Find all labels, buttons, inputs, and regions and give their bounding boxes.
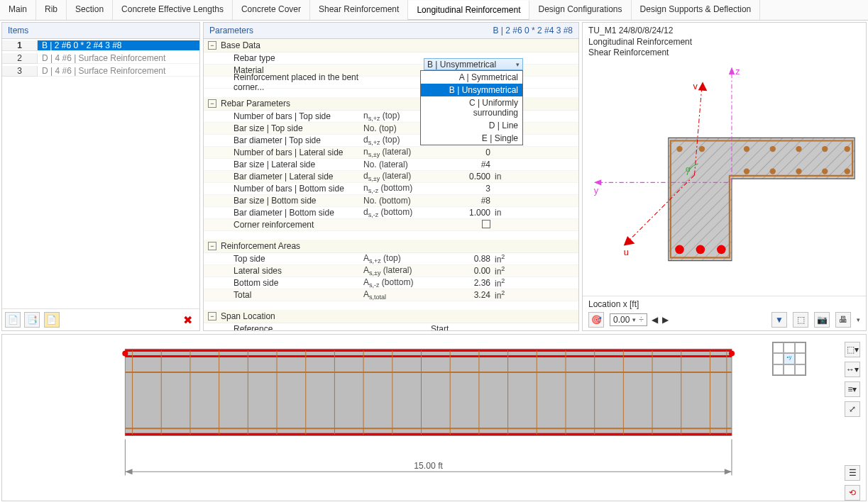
- svg-point-5: [770, 146, 776, 152]
- items-list: 1 B | 2 #6 0 * 2 #4 3 #8 2 D | 4 #6 | Su…: [2, 39, 199, 308]
- copy-item-icon[interactable]: 📑: [24, 312, 40, 328]
- extent-icon[interactable]: ⤢: [845, 401, 860, 417]
- viewer-footer: Location x [ft] 🎯 0.00▾ ÷ ◀ ▶ ▼ ⬚ 📷 🖶 ▾: [583, 296, 866, 330]
- param-area-total: TotalAs,total3.24in2: [204, 289, 578, 301]
- collapse-icon[interactable]: −: [208, 41, 216, 50]
- collapse-icon[interactable]: −: [208, 99, 216, 108]
- chevron-down-icon: ▾: [516, 61, 520, 68]
- param-rebar-type[interactable]: Rebar type B | Unsymmetrical▾ A | Symmet…: [204, 52, 578, 65]
- svg-point-16: [717, 245, 726, 254]
- chevron-down-icon[interactable]: ▾: [857, 316, 860, 323]
- settings-icon[interactable]: ☰: [845, 465, 860, 481]
- location-spinner[interactable]: 0.00▾ ÷: [610, 313, 647, 326]
- tab-section[interactable]: Section: [67, 0, 113, 20]
- param-bars-bottom[interactable]: Number of bars | Bottom sidens,-z (botto…: [204, 183, 578, 195]
- param-reference[interactable]: ReferenceStart: [204, 323, 578, 330]
- section-viewer-panel: TU_M1 24/8/0/8/24/12 Longitudinal Reinfo…: [582, 22, 867, 331]
- layers-icon[interactable]: ≡▾: [845, 381, 860, 397]
- parameters-panel: Parameters B | 2 #6 0 * 2 #4 3 #8 −Base …: [203, 22, 579, 331]
- svg-point-12: [770, 168, 776, 174]
- print-icon[interactable]: 🖶: [835, 312, 851, 328]
- tab-concrete-effective-lengths[interactable]: Concrete Effective Lengths: [113, 0, 233, 20]
- param-bars-lateral[interactable]: Number of bars | Lateral sidens,±y (late…: [204, 147, 578, 159]
- tab-design-configurations[interactable]: Design Configurations: [529, 0, 631, 20]
- svg-marker-20: [594, 179, 602, 185]
- svg-marker-18: [729, 67, 735, 74]
- svg-point-13: [744, 168, 749, 174]
- dropdown-opt-a[interactable]: A | Symmetrical: [421, 71, 522, 84]
- svg-point-14: [675, 245, 684, 254]
- param-area-bottom: Bottom sideAs,-z (bottom)2.36in2: [204, 277, 578, 289]
- group-base-data[interactable]: −Base Data: [204, 39, 578, 52]
- beam-length-label: 15.00 ft: [414, 461, 443, 471]
- rebar-type-dropdown-list: A | Symmetrical B | Unsymmetrical C | Un…: [420, 70, 523, 145]
- param-dia-lateral[interactable]: Bar diameter | Lateral sideds,±y (latera…: [204, 171, 578, 183]
- group-span-location[interactable]: −Span Location: [204, 310, 578, 323]
- svg-marker-60: [725, 469, 732, 474]
- corner-reinforcement-checkbox[interactable]: [482, 220, 490, 228]
- svg-point-3: [699, 146, 705, 152]
- collapse-icon[interactable]: −: [208, 312, 216, 320]
- highlight-item-icon[interactable]: 📄: [44, 312, 60, 328]
- view-3d-icon[interactable]: ⬚▾: [845, 342, 860, 357]
- item-row-1[interactable]: 1 B | 2 #6 0 * 2 #4 3 #8: [2, 39, 199, 52]
- tab-concrete-cover[interactable]: Concrete Cover: [233, 0, 310, 20]
- u-axis-label: u: [624, 247, 629, 257]
- tab-design-supports-deflection[interactable]: Design Supports & Deflection: [632, 0, 761, 20]
- svg-point-4: [744, 146, 749, 152]
- tab-main[interactable]: Main: [0, 0, 36, 20]
- svg-point-8: [845, 146, 850, 152]
- view-cube[interactable]: •y: [772, 342, 806, 376]
- location-label: Location x [ft]: [588, 299, 860, 309]
- param-size-lateral[interactable]: Bar size | Lateral sideNo. (lateral)#4: [204, 159, 578, 171]
- view-mode-icon[interactable]: ⬚: [793, 312, 808, 328]
- filter-icon[interactable]: ▼: [771, 312, 787, 328]
- step-back-icon[interactable]: ◀: [652, 315, 658, 325]
- y-axis-label: y: [594, 186, 599, 196]
- location-pick-icon[interactable]: 🎯: [588, 312, 604, 328]
- step-forward-icon[interactable]: ▶: [662, 315, 669, 325]
- reset-view-icon[interactable]: ⟲: [845, 485, 860, 501]
- dropdown-opt-e[interactable]: E | Single: [421, 132, 522, 145]
- svg-rect-26: [125, 349, 732, 435]
- param-dia-bottom[interactable]: Bar diameter | Bottom sideds,-z (bottom)…: [204, 207, 578, 219]
- chevron-down-icon: ▾: [632, 316, 636, 323]
- svg-point-55: [729, 350, 735, 356]
- svg-marker-22: [624, 236, 635, 246]
- delete-item-icon[interactable]: ✖: [180, 312, 195, 328]
- dropdown-opt-b[interactable]: B | Unsymmetrical: [421, 84, 522, 96]
- item-row-3[interactable]: 3 D | 4 #6 | Surface Reinforcement: [2, 65, 199, 77]
- parameters-header: Parameters B | 2 #6 0 * 2 #4 3 #8: [204, 23, 578, 39]
- tab-bar: Main Rib Section Concrete Effective Leng…: [0, 0, 868, 21]
- new-item-icon[interactable]: 📄: [5, 312, 21, 328]
- svg-point-7: [822, 146, 828, 152]
- dropdown-opt-d[interactable]: D | Line: [421, 119, 522, 132]
- beam-view-panel: 15.00 ft •y ⬚▾ ↔▾ ≡▾ ⤢ ☰ ⟲: [1, 334, 867, 501]
- dropdown-opt-c[interactable]: C | Uniformly surrounding: [421, 96, 522, 119]
- collapse-icon[interactable]: −: [208, 242, 216, 250]
- section-canvas[interactable]: z y u v α: [583, 62, 866, 296]
- svg-point-54: [122, 350, 128, 356]
- tab-longitudinal-reinforcement[interactable]: Longitudinal Reinforcement: [408, 1, 529, 21]
- group-reinforcement-areas[interactable]: −Reinforcement Areas: [204, 240, 578, 253]
- svg-point-11: [796, 168, 801, 174]
- snapshot-icon[interactable]: 📷: [814, 312, 830, 328]
- axis-view-icon[interactable]: ↔▾: [845, 362, 860, 377]
- tab-shear-reinforcement[interactable]: Shear Reinforcement: [310, 0, 408, 20]
- item-row-2[interactable]: 2 D | 4 #6 | Surface Reinforcement: [2, 52, 199, 65]
- viewer-header: TU_M1 24/8/0/8/24/12 Longitudinal Reinfo…: [583, 23, 866, 62]
- param-area-top: Top sideAs,+z (top)0.88in2: [204, 253, 578, 265]
- svg-point-9: [845, 168, 850, 174]
- tab-rib[interactable]: Rib: [36, 0, 67, 20]
- items-panel: Items 1 B | 2 #6 0 * 2 #4 3 #8 2 D | 4 #…: [1, 22, 200, 331]
- svg-marker-59: [125, 469, 132, 474]
- v-axis-label: v: [693, 82, 698, 91]
- parameters-body: −Base Data Rebar type B | Unsymmetrical▾…: [204, 39, 578, 330]
- param-size-bottom[interactable]: Bar size | Bottom sideNo. (bottom)#8: [204, 195, 578, 207]
- items-header: Items: [2, 23, 199, 39]
- rebar-type-dropdown[interactable]: B | Unsymmetrical▾: [424, 58, 523, 70]
- svg-marker-24: [698, 82, 708, 91]
- svg-text:α: α: [686, 164, 691, 172]
- param-corner-reinforcement[interactable]: Corner reinforcement: [204, 219, 578, 231]
- beam-canvas[interactable]: 15.00 ft •y: [2, 335, 840, 501]
